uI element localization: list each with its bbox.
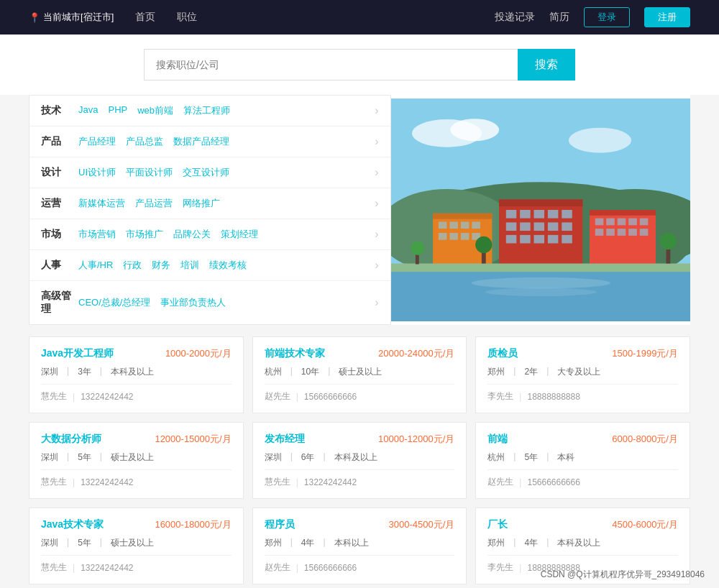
city-label: 当前城市[宿迁市] [43,11,114,24]
category-tag[interactable]: 人事/HR [78,259,113,272]
job-details: 深圳 | 6年 | 本科及以上 [265,451,455,464]
svg-rect-28 [433,213,492,219]
category-tag[interactable]: 新媒体运营 [78,197,125,210]
category-tag[interactable]: 数据产品经理 [173,135,229,148]
category-tag[interactable]: 财务 [152,259,170,272]
category-tag[interactable]: 品牌公关 [173,228,211,241]
detail-separator: | [67,366,69,378]
job-card: Java开发工程师 1000-2000元/月 深圳 | 3年 | 本科及以上 慧… [29,336,244,413]
svg-rect-14 [533,210,544,219]
category-tag[interactable]: 产品经理 [78,135,116,148]
detail-separator: | [67,537,69,549]
chevron-right-icon: › [375,197,378,210]
category-tag[interactable]: 策划经理 [221,228,258,241]
svg-rect-35 [460,233,469,240]
job-card-top: Java开发工程师 1000-2000元/月 [41,347,232,360]
search-button[interactable]: 搜索 [518,49,575,81]
category-tag[interactable]: 产品运营 [135,197,173,210]
svg-rect-24 [533,235,544,244]
contact-phone: 15666666666 [304,563,357,573]
category-item-hr[interactable]: 人事人事/HR行政财务培训绩效考核› [29,250,390,281]
job-title[interactable]: 前端 [487,433,508,446]
category-item-tech[interactable]: 技术JavaPHPweb前端算法工程师› [29,96,390,127]
svg-rect-44 [595,229,603,236]
category-item-product[interactable]: 产品产品经理产品总监数据产品经理› [29,127,390,157]
category-tag[interactable]: 市场营销 [78,228,116,241]
job-edu: 本科 [557,451,574,464]
svg-rect-30 [449,221,458,229]
login-button[interactable]: 登录 [584,7,630,27]
category-tag[interactable]: 市场推广 [126,228,163,241]
category-tag[interactable]: 算法工程师 [183,104,230,117]
job-title[interactable]: 厂长 [487,518,508,531]
job-contact: 赵先生 | 15666666666 [265,555,455,574]
category-tag[interactable]: UI设计师 [78,166,116,179]
category-item-design[interactable]: 设计UI设计师平面设计师交互设计师› [29,157,390,188]
nav-submissions-link[interactable]: 投递记录 [495,11,535,24]
contact-phone: 13224242442 [81,477,133,487]
nav-home-link[interactable]: 首页 [135,11,155,24]
job-city: 深圳 [41,366,58,378]
category-tag[interactable]: CEO/总裁/总经理 [78,296,150,309]
category-item-operations[interactable]: 运营新媒体运营产品运营网络推广› [29,188,390,219]
job-contact: 赵先生 | 15666666666 [487,469,678,488]
chevron-right-icon: › [375,166,378,179]
job-title[interactable]: Java技术专家 [41,518,104,531]
category-tag[interactable]: 平面设计师 [126,166,173,179]
category-tag[interactable]: web前端 [137,104,173,117]
job-city: 深圳 [41,451,58,464]
category-tag[interactable]: 行政 [123,259,142,272]
job-title[interactable]: 大数据分析师 [41,433,101,446]
svg-rect-43 [639,219,648,226]
svg-rect-33 [438,233,446,240]
job-card: Java技术专家 16000-18000元/月 深圳 | 5年 | 硕士及以上 … [29,507,244,584]
detail-separator: | [290,366,293,378]
job-details: 郑州 | 2年 | 大专及以上 [487,366,678,378]
register-button[interactable]: 注册 [644,7,690,27]
detail-separator: | [100,366,102,378]
job-title[interactable]: 程序员 [265,518,295,531]
job-contact: 李先生 | 18888888888 [487,384,678,403]
job-card: 质检员 1500-1999元/月 郑州 | 2年 | 大专及以上 李先生 | 1… [475,336,690,413]
contact-name: 慧先生 [41,476,67,488]
navbar: 📍 当前城市[宿迁市] 首页 职位 投递记录 简历 登录 注册 [0,0,719,35]
job-title[interactable]: 前端技术专家 [265,347,325,360]
job-contact: 慧先生 | 13224242442 [41,469,232,488]
job-salary: 16000-18000元/月 [155,518,231,531]
category-tag[interactable]: PHP [108,104,127,117]
nav-resume-link[interactable]: 简历 [549,11,569,24]
jobs-grid: Java开发工程师 1000-2000元/月 深圳 | 3年 | 本科及以上 慧… [29,336,690,584]
category-tags: CEO/总裁/总经理事业部负责热人 [78,296,375,309]
contact-phone: 13224242442 [81,563,133,573]
category-tag[interactable]: 绩效考核 [209,259,247,272]
nav-jobs-link[interactable]: 职位 [177,11,197,24]
category-tag[interactable]: 网络推广 [183,197,220,210]
job-card-top: 前端技术专家 20000-24000元/月 [265,347,455,360]
svg-rect-13 [520,210,531,219]
chevron-right-icon: › [375,259,378,272]
category-item-market[interactable]: 市场市场营销市场推广品牌公关策划经理› [29,219,390,250]
job-city: 郑州 [265,537,282,549]
category-tag[interactable]: 产品总监 [126,135,163,148]
job-card: 程序员 3000-4500元/月 郑州 | 4年 | 本科以上 赵先生 | 15… [252,507,467,584]
job-title[interactable]: 质检员 [487,347,518,360]
category-tag[interactable]: Java [78,104,98,117]
category-tag[interactable]: 培训 [180,259,199,272]
svg-rect-21 [562,222,572,231]
category-label: 市场 [41,228,78,241]
hero-image [391,95,690,325]
svg-rect-49 [391,264,690,272]
detail-separator: | [513,537,516,549]
search-input[interactable] [144,49,518,81]
svg-rect-10 [499,199,582,265]
job-salary: 10000-12000元/月 [378,433,454,446]
category-tag[interactable]: 交互设计师 [183,166,229,179]
job-title[interactable]: Java开发工程师 [41,347,114,360]
category-tag[interactable]: 事业部负责热人 [160,296,226,309]
category-tags: 新媒体运营产品运营网络推广 [78,197,375,210]
job-city: 深圳 [41,537,58,549]
nav-city[interactable]: 📍 当前城市[宿迁市] [29,11,114,24]
category-item-management[interactable]: 高级管理CEO/总裁/总经理事业部负责热人› [29,281,390,324]
job-contact: 慧先生 | 13224242442 [41,555,232,574]
job-title[interactable]: 发布经理 [265,433,305,446]
